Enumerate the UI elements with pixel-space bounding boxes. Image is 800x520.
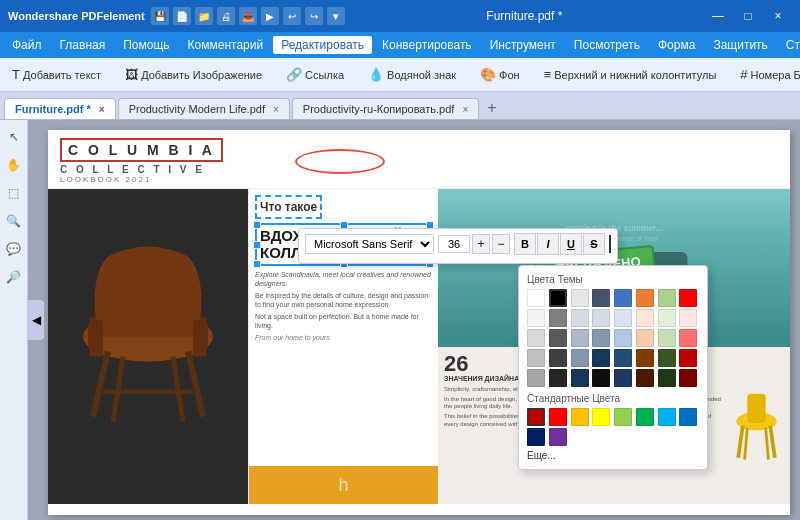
menu-protect[interactable]: Защитить bbox=[705, 36, 775, 54]
tab-furniture-close[interactable]: × bbox=[99, 104, 105, 115]
theme-color-25[interactable] bbox=[549, 349, 567, 367]
theme-color-27[interactable] bbox=[592, 349, 610, 367]
sidebar-search[interactable]: 🔎 bbox=[3, 266, 25, 288]
background-button[interactable]: 🎨 Фон bbox=[474, 64, 526, 85]
theme-color-21[interactable] bbox=[636, 329, 654, 347]
menu-edit[interactable]: Редактировать bbox=[273, 36, 372, 54]
theme-color-17[interactable] bbox=[549, 329, 567, 347]
size-minus[interactable]: − bbox=[492, 234, 510, 254]
more-icon[interactable]: ▶ bbox=[261, 7, 279, 25]
menu-page[interactable]: Страница bbox=[778, 36, 800, 54]
redo-icon[interactable]: ↪ bbox=[305, 7, 323, 25]
sidebar-zoom[interactable]: 🔍 bbox=[3, 210, 25, 232]
theme-color-22[interactable] bbox=[658, 329, 676, 347]
theme-color-2[interactable] bbox=[571, 289, 589, 307]
theme-color-7[interactable] bbox=[679, 289, 697, 307]
print-icon[interactable]: 🖨 bbox=[217, 7, 235, 25]
theme-color-10[interactable] bbox=[571, 309, 589, 327]
theme-color-33[interactable] bbox=[549, 369, 567, 387]
share-icon[interactable]: 📤 bbox=[239, 7, 257, 25]
theme-color-0[interactable] bbox=[527, 289, 545, 307]
theme-color-13[interactable] bbox=[636, 309, 654, 327]
minimize-button[interactable]: — bbox=[704, 6, 732, 26]
std-color-3[interactable] bbox=[592, 408, 610, 426]
sidebar-hand[interactable]: ✋ bbox=[3, 154, 25, 176]
tab-productivity-ru[interactable]: Productivity-ru-Копировать.pdf × bbox=[292, 98, 479, 119]
theme-color-19[interactable] bbox=[592, 329, 610, 347]
std-color-8[interactable] bbox=[527, 428, 545, 446]
menu-file[interactable]: Файл bbox=[4, 36, 50, 54]
theme-color-24[interactable] bbox=[527, 349, 545, 367]
handle-tl[interactable] bbox=[253, 221, 261, 229]
open-icon[interactable]: 📁 bbox=[195, 7, 213, 25]
link-button[interactable]: 🔗 Ссылка bbox=[280, 64, 350, 85]
menu-tool[interactable]: Инструмент bbox=[482, 36, 564, 54]
theme-color-20[interactable] bbox=[614, 329, 632, 347]
menu-comment[interactable]: Комментарий bbox=[180, 36, 272, 54]
new-icon[interactable]: 📄 bbox=[173, 7, 191, 25]
theme-color-23[interactable] bbox=[679, 329, 697, 347]
tab-furniture[interactable]: Furniture.pdf * × bbox=[4, 98, 116, 119]
handle-ml[interactable] bbox=[253, 241, 261, 249]
theme-color-26[interactable] bbox=[571, 349, 589, 367]
theme-color-15[interactable] bbox=[679, 309, 697, 327]
sidebar-select[interactable]: ⬚ bbox=[3, 182, 25, 204]
std-color-2[interactable] bbox=[571, 408, 589, 426]
sidebar-comment[interactable]: 💬 bbox=[3, 238, 25, 260]
header-footer-button[interactable]: ≡ Верхний и нижний колонтитулы bbox=[538, 64, 723, 85]
size-plus[interactable]: + bbox=[472, 234, 490, 254]
theme-color-34[interactable] bbox=[571, 369, 589, 387]
bates-button[interactable]: # Номера Бейтса bbox=[734, 64, 800, 85]
theme-color-31[interactable] bbox=[679, 349, 697, 367]
theme-color-11[interactable] bbox=[592, 309, 610, 327]
close-button[interactable]: × bbox=[764, 6, 792, 26]
handle-bl[interactable] bbox=[253, 260, 261, 268]
theme-color-8[interactable] bbox=[527, 309, 545, 327]
underline-button[interactable]: U bbox=[560, 233, 582, 255]
save-icon[interactable]: 💾 bbox=[151, 7, 169, 25]
theme-color-3[interactable] bbox=[592, 289, 610, 307]
italic-button[interactable]: I bbox=[537, 233, 559, 255]
add-text-button[interactable]: T Добавить текст bbox=[6, 64, 107, 85]
theme-color-5[interactable] bbox=[636, 289, 654, 307]
theme-color-39[interactable] bbox=[679, 369, 697, 387]
menu-view[interactable]: Посмотреть bbox=[566, 36, 648, 54]
theme-color-32[interactable] bbox=[527, 369, 545, 387]
theme-color-28[interactable] bbox=[614, 349, 632, 367]
add-tab-button[interactable]: + bbox=[481, 97, 502, 119]
font-size-input[interactable] bbox=[438, 235, 470, 253]
theme-color-37[interactable] bbox=[636, 369, 654, 387]
watermark-button[interactable]: 💧 Водяной знак bbox=[362, 64, 462, 85]
std-color-6[interactable] bbox=[658, 408, 676, 426]
theme-color-16[interactable] bbox=[527, 329, 545, 347]
theme-color-18[interactable] bbox=[571, 329, 589, 347]
menu-home[interactable]: Главная bbox=[52, 36, 114, 54]
std-color-1[interactable] bbox=[549, 408, 567, 426]
more-colors-link[interactable]: Еще... bbox=[527, 450, 699, 461]
maximize-button[interactable]: □ bbox=[734, 6, 762, 26]
std-color-0[interactable] bbox=[527, 408, 545, 426]
theme-color-9[interactable] bbox=[549, 309, 567, 327]
dropdown-icon[interactable]: ▼ bbox=[327, 7, 345, 25]
std-color-4[interactable] bbox=[614, 408, 632, 426]
theme-color-12[interactable] bbox=[614, 309, 632, 327]
font-select[interactable]: Microsoft Sans Serif bbox=[305, 234, 434, 254]
strikethrough-button[interactable]: S bbox=[583, 233, 605, 255]
theme-color-4[interactable] bbox=[614, 289, 632, 307]
std-color-5[interactable] bbox=[636, 408, 654, 426]
theme-color-30[interactable] bbox=[658, 349, 676, 367]
theme-color-14[interactable] bbox=[658, 309, 676, 327]
menu-convert[interactable]: Конвертировать bbox=[374, 36, 480, 54]
tab-productivity-close[interactable]: × bbox=[273, 104, 279, 115]
std-color-9[interactable] bbox=[549, 428, 567, 446]
theme-color-1[interactable] bbox=[549, 289, 567, 307]
theme-color-35[interactable] bbox=[592, 369, 610, 387]
add-image-button[interactable]: 🖼 Добавить Изображение bbox=[119, 64, 268, 85]
menu-form[interactable]: Форма bbox=[650, 36, 703, 54]
sidebar-cursor[interactable]: ↖ bbox=[3, 126, 25, 148]
theme-color-38[interactable] bbox=[658, 369, 676, 387]
tab-productivity[interactable]: Productivity Modern Life.pdf × bbox=[118, 98, 290, 119]
theme-color-36[interactable] bbox=[614, 369, 632, 387]
color-swatch[interactable] bbox=[609, 235, 611, 253]
left-collapse-arrow[interactable]: ◀ bbox=[28, 300, 44, 340]
